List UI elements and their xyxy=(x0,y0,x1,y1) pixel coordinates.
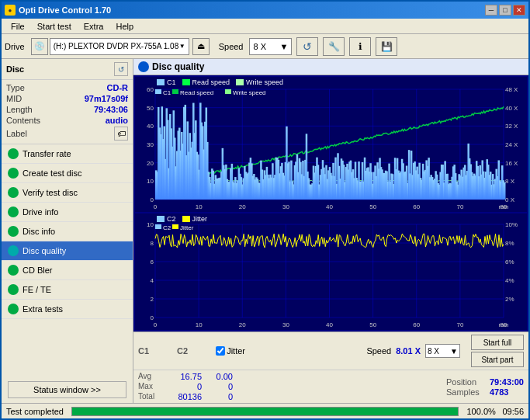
info-button[interactable]: ℹ xyxy=(349,37,371,56)
disc-type-label: Type xyxy=(6,83,25,92)
window-title: Opti Drive Control 1.70 xyxy=(19,5,111,15)
speed-display-value: 8.01 X xyxy=(396,346,421,356)
disc-contents-row: Contents audio xyxy=(6,116,128,125)
settings-button[interactable]: 🔧 xyxy=(323,37,345,56)
max-label: Max xyxy=(138,382,161,391)
disc-label-row: Label 🏷 xyxy=(6,127,128,141)
nav-label-extra: Extra tests xyxy=(23,304,63,314)
sidebar-item-transfer-rate[interactable]: Transfer rate xyxy=(2,144,133,164)
legend-jitter-label: Jitter xyxy=(192,215,208,223)
disc-info-panel: Type CD-R MID 97m17s09f Length 79:43:06 … xyxy=(2,80,133,144)
nav-icon-verify xyxy=(8,187,19,198)
disc-type-row: Type CD-R xyxy=(6,83,128,92)
main-area: Disc ↺ Type CD-R MID 97m17s09f Length 79… xyxy=(2,59,528,403)
chart2-legend: C2 Jitter xyxy=(157,215,207,223)
disc-mid-label: MID xyxy=(6,94,22,103)
title-bar-left: ● Opti Drive Control 1.70 xyxy=(5,5,111,16)
nav-label-create: Create test disc xyxy=(23,168,81,178)
stats-row: Avg 16.75 0.00 Max 0 0 Total 80136 0 xyxy=(133,370,528,403)
progress-fill xyxy=(72,408,458,415)
title-bar: ● Opti Drive Control 1.70 ─ □ ✕ xyxy=(2,2,528,19)
minimize-button[interactable]: ─ xyxy=(485,5,497,16)
disc-contents-value: audio xyxy=(106,116,128,125)
disc-label-label: Label xyxy=(6,129,27,138)
disc-mid-row: MID 97m17s09f xyxy=(6,94,128,103)
maximize-button[interactable]: □ xyxy=(499,5,511,16)
menu-bar: File Start test Extra Help xyxy=(2,19,528,34)
legend-write: Write speed xyxy=(236,78,283,86)
speed-combo[interactable]: 8 X ▼ xyxy=(249,38,292,55)
refresh-button[interactable]: ↺ xyxy=(296,37,318,56)
nav-icon-drive-info xyxy=(8,207,19,217)
nav-icon-disc-info xyxy=(8,226,19,237)
samples-line: Samples 4783 xyxy=(446,387,524,397)
speed-select-value: 8 X xyxy=(428,347,439,356)
sidebar-item-create-test-disc[interactable]: Create test disc xyxy=(2,164,133,183)
sidebar-item-verify-test-disc[interactable]: Verify test disc xyxy=(2,183,133,203)
legend-c1: C1 xyxy=(157,78,176,86)
save-button[interactable]: 💾 xyxy=(376,37,397,56)
chart1-container: C1 Read speed Write speed xyxy=(135,77,527,212)
disc-quality-header: Disc quality xyxy=(133,59,528,75)
menu-extra[interactable]: Extra xyxy=(78,20,110,33)
disc-title: Disc xyxy=(6,64,24,74)
sidebar-item-fe-te[interactable]: FE / TE xyxy=(2,280,133,300)
nav-label-transfer: Transfer rate xyxy=(23,149,71,158)
menu-file[interactable]: File xyxy=(5,20,31,33)
nav-label-disc-info: Disc info xyxy=(23,227,55,236)
legend-jitter: Jitter xyxy=(182,215,208,223)
legend-jitter-color xyxy=(182,216,190,222)
nav-list: Transfer rate Create test disc Verify te… xyxy=(2,144,133,377)
stats-column: Avg 16.75 0.00 Max 0 0 Total 80136 0 xyxy=(138,372,233,401)
sidebar-item-drive-info[interactable]: Drive info xyxy=(2,203,133,222)
legend-write-color xyxy=(236,79,244,85)
drive-label: Drive xyxy=(5,42,25,51)
close-button[interactable]: ✕ xyxy=(513,5,525,16)
legend-read-label: Read speed xyxy=(192,78,230,86)
menu-start-test[interactable]: Start test xyxy=(31,20,78,33)
disc-mid-value: 97m17s09f xyxy=(85,94,128,103)
avg-c1-value: 16.75 xyxy=(165,372,202,381)
start-full-button[interactable]: Start full xyxy=(471,335,524,350)
drive-icon[interactable]: 💿 xyxy=(31,38,48,55)
status-window-button[interactable]: Status window >> xyxy=(8,381,126,398)
speed-display-label: Speed xyxy=(366,346,391,356)
chart1-canvas xyxy=(135,77,527,212)
total-c2-value: 0 xyxy=(205,392,233,401)
chart2-container: C2 Jitter xyxy=(135,213,527,330)
menu-help[interactable]: Help xyxy=(109,20,140,33)
status-bar: Test completed 100.0% 09:56 xyxy=(2,403,528,418)
total-stat-line: Total 80136 0 xyxy=(138,392,233,401)
chart1-legend: C1 Read speed Write speed xyxy=(157,78,283,86)
sidebar-item-extra-tests[interactable]: Extra tests xyxy=(2,300,133,319)
jitter-checkbox[interactable] xyxy=(216,346,225,356)
disc-length-label: Length xyxy=(6,105,33,114)
jitter-check-label[interactable]: Jitter xyxy=(227,346,245,356)
nav-label-drive-info: Drive info xyxy=(23,207,58,217)
app-icon: ● xyxy=(5,5,16,16)
nav-label-verify: Verify test disc xyxy=(23,188,78,197)
disc-section-header: Disc ↺ xyxy=(2,59,133,80)
disc-quality-icon xyxy=(138,61,149,72)
sidebar-item-disc-quality[interactable]: Disc quality xyxy=(2,241,133,261)
speed-select-combo[interactable]: 8 X ▼ xyxy=(425,344,460,358)
title-controls: ─ □ ✕ xyxy=(485,5,525,16)
status-text: Test completed xyxy=(6,407,64,416)
start-part-button[interactable]: Start part xyxy=(471,352,524,367)
disc-type-value: CD-R xyxy=(107,83,129,92)
legend-c2-color xyxy=(157,216,165,222)
sidebar-item-disc-info[interactable]: Disc info xyxy=(2,222,133,241)
eject-button[interactable]: ⏏ xyxy=(192,38,210,55)
nav-icon-disc-quality xyxy=(8,245,19,256)
bottom-controls-row: C1 C2 Jitter Speed 8.01 X 8 X ▼ xyxy=(133,332,528,370)
max-stat-line: Max 0 0 xyxy=(138,382,233,391)
disc-refresh-button[interactable]: ↺ xyxy=(114,62,128,76)
nav-label-disc-quality: Disc quality xyxy=(23,246,66,255)
nav-icon-transfer xyxy=(8,148,19,159)
samples-value: 4783 xyxy=(490,387,508,397)
disc-label-button[interactable]: 🏷 xyxy=(114,127,128,141)
legend-write-label: Write speed xyxy=(246,78,283,86)
progress-percent: 100.0% xyxy=(466,407,497,416)
drive-combo[interactable]: (H:) PLEXTOR DVDR PX-755A 1.08 ▼ xyxy=(50,38,189,55)
sidebar-item-cd-bler[interactable]: CD Bler xyxy=(2,261,133,280)
